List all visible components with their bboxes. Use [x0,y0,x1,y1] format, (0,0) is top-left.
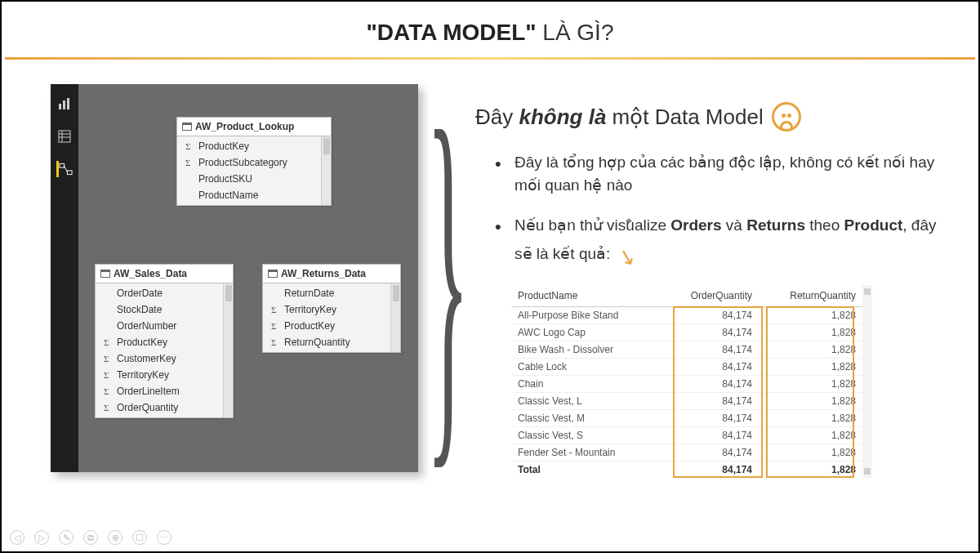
scrollbar[interactable] [321,136,331,205]
pen-icon[interactable]: ✎ [59,530,74,545]
table-card-sales[interactable]: AW_Sales_Data OrderDate StockDate OrderN… [95,264,234,418]
svg-rect-2 [67,98,69,109]
table-field[interactable]: ΣProductSubcategory [177,154,321,171]
result-table-container: ProductName OrderQuantity ReturnQuantity… [511,285,862,478]
slideshow-controls: ◁ ▷ ✎ ⧉ ⊕ ☐ ⋯ [10,530,172,545]
table-field[interactable]: ΣProductKey [96,334,223,350]
scrollbar[interactable] [223,283,233,417]
subtitle-icon[interactable]: ☐ [132,530,147,545]
table-card-returns[interactable]: AW_Returns_Data ReturnDate ΣTerritoryKey… [262,264,401,353]
slides-icon[interactable]: ⧉ [83,530,98,545]
bullet-item: Nếu bạn thử visualize Orders và Returns … [495,214,938,267]
table-row: Bike Wash - Dissolver84,1741,828 [511,341,862,359]
more-icon[interactable]: ⋯ [157,530,172,545]
table-field[interactable]: ProductSKU [177,171,321,187]
table-icon [268,270,278,278]
col-header[interactable]: ProductName [511,285,661,307]
table-field[interactable]: OrderDate [96,285,223,301]
model-view-icon[interactable] [56,161,73,177]
table-field[interactable]: ΣTerritoryKey [96,367,223,383]
table-row: AWC Logo Cap84,1741,828 [511,324,862,341]
table-field[interactable]: ΣReturnQuantity [263,334,390,350]
table-row: All-Purpose Bike Stand84,1741,828 [511,307,862,324]
table-name: AW_Returns_Data [281,268,366,279]
headline: Đây không là một Data Model [475,102,938,132]
slide-title: "DATA MODEL" LÀ GÌ? [2,2,978,57]
svg-line-9 [65,166,68,172]
total-row: Total 84,174 1,828 [511,462,862,479]
scrollbar[interactable] [862,285,872,478]
svg-rect-3 [59,131,70,142]
table-field[interactable]: ΣProductKey [177,138,321,154]
table-icon [182,123,192,131]
table-field[interactable]: ΣOrderLineItem [96,383,223,399]
svg-rect-8 [67,171,72,175]
table-card-product[interactable]: AW_Product_Lookup ΣProductKey ΣProductSu… [176,117,332,206]
col-header[interactable]: OrderQuantity [661,285,759,307]
col-header[interactable]: ReturnQuantity [759,285,862,307]
table-field[interactable]: ProductName [177,187,321,203]
next-slide-icon[interactable]: ▷ [34,530,49,545]
field-list: ΣProductKey ΣProductSubcategory ProductS… [177,136,321,205]
table-field[interactable]: ReturnDate [263,285,390,301]
table-icon [100,270,110,278]
svg-rect-0 [59,104,61,109]
svg-rect-1 [63,100,65,109]
bullet-item: Đây là tổng hợp của các bảng độc lập, kh… [495,151,938,196]
table-field[interactable]: OrderNumber [96,318,223,334]
table-field[interactable]: ΣCustomerKey [96,350,223,367]
bullet-list: Đây là tổng hợp của các bảng độc lập, kh… [475,151,938,267]
scrollbar[interactable] [390,283,400,352]
table-field[interactable]: StockDate [96,301,223,318]
powerbi-nav [51,84,78,472]
table-row: Chain84,1741,828 [511,376,862,393]
result-table: ProductName OrderQuantity ReturnQuantity… [511,285,862,478]
powerbi-model-view: AW_Product_Lookup ΣProductKey ΣProductSu… [51,84,418,472]
field-list: OrderDate StockDate OrderNumber ΣProduct… [96,283,223,417]
table-row: Cable Lock84,1741,828 [511,359,862,376]
model-canvas: AW_Product_Lookup ΣProductKey ΣProductSu… [78,84,418,472]
arrow-down-icon: ↘ [614,239,639,274]
field-list: ReturnDate ΣTerritoryKey ΣProductKey ΣRe… [263,283,390,352]
zoom-icon[interactable]: ⊕ [108,530,122,545]
table-field[interactable]: ΣTerritoryKey [263,301,390,318]
prev-slide-icon[interactable]: ◁ [10,530,24,545]
table-name: AW_Product_Lookup [195,121,294,132]
data-view-icon[interactable] [56,128,73,145]
svg-rect-7 [60,163,65,167]
table-field[interactable]: ΣOrderQuantity [96,399,223,416]
table-row: Fender Set - Mountain84,1741,828 [511,444,862,462]
title-rest: LÀ GÌ? [537,20,614,45]
table-name: AW_Sales_Data [114,268,187,279]
report-view-icon[interactable] [56,96,73,112]
table-row: Classic Vest, M84,1741,828 [511,410,862,427]
title-quoted: "DATA MODEL" [367,20,537,45]
sad-face-icon [772,102,801,132]
table-row: Classic Vest, S84,1741,828 [511,427,862,444]
table-row: Classic Vest, L84,1741,828 [511,393,862,410]
table-field[interactable]: ΣProductKey [263,318,390,334]
